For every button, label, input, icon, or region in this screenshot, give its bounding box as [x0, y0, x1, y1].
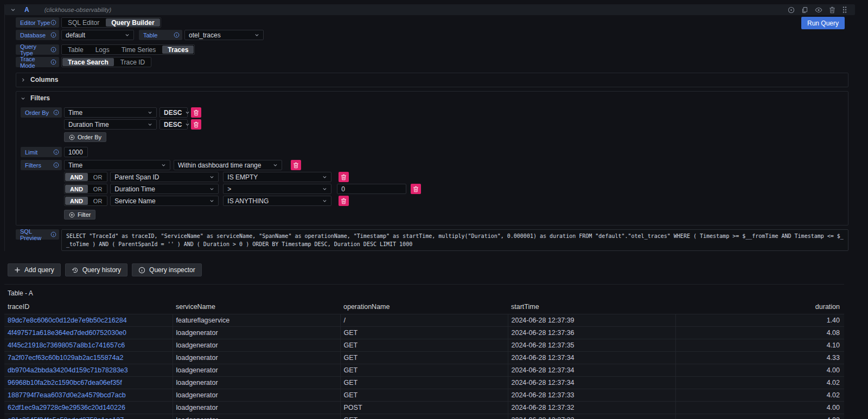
datasource-help-icon[interactable] — [788, 7, 795, 14]
remove-query-icon[interactable] — [829, 7, 835, 14]
column-header-traceid[interactable]: traceID — [4, 301, 173, 314]
add-query-button[interactable]: Add query — [8, 263, 61, 276]
query-type-option-logs[interactable]: Logs — [90, 46, 115, 54]
or-toggle[interactable]: OR — [88, 184, 107, 194]
table-row: db9704a2bbda34204d159c71b78283e3 loadgen… — [4, 364, 844, 377]
or-toggle[interactable]: OR — [88, 196, 107, 205]
info-icon[interactable] — [50, 47, 56, 53]
and-toggle[interactable]: AND — [65, 197, 88, 205]
trace-mode-option-trace-search[interactable]: Trace Search — [62, 58, 114, 66]
chevron-right-icon — [21, 78, 25, 82]
collapse-query-chevron-icon[interactable] — [10, 7, 16, 12]
database-label: Database — [16, 30, 59, 40]
filter-field-select[interactable]: Duration Time — [110, 184, 219, 194]
duration-cell: 4.00 — [675, 402, 844, 414]
info-icon[interactable] — [50, 20, 56, 25]
operation-name-cell: GET — [340, 389, 508, 402]
editor-type-option-sql-editor[interactable]: SQL Editor — [62, 18, 105, 27]
trace-id-link[interactable]: 7a2f07ecf63c60b1029ab2ac155874a2 — [4, 352, 173, 364]
duration-cell: 1.40 — [675, 314, 844, 327]
or-toggle[interactable]: OR — [88, 172, 107, 182]
query-type-option-time-series[interactable]: Time Series — [116, 46, 162, 54]
table-row: 89dc7e8c6060c0d12de7e9b50c216284 feature… — [4, 314, 844, 327]
trace-mode-option-trace-id[interactable]: Trace ID — [115, 58, 151, 66]
drag-handle-icon[interactable] — [842, 6, 847, 14]
table-panel: Table - A traceID serviceName operationN… — [4, 284, 844, 419]
filter-field-select[interactable]: Parent Span ID — [110, 172, 219, 182]
trace-id-link[interactable]: 4f45c21918c73698057a8b1c741657c6 — [4, 339, 173, 352]
filters-section: Filters Order By Time — [16, 91, 848, 225]
trace-id-link[interactable]: 4f497571a618e364ed7ded60752030e0 — [4, 327, 173, 339]
order-by-row: Order By Time DESC — [21, 107, 844, 118]
filter-value-input[interactable] — [337, 184, 406, 194]
database-select[interactable]: default — [61, 30, 134, 40]
query-history-button[interactable]: Query history — [65, 263, 127, 276]
filter-field-select[interactable]: Service Name — [110, 196, 219, 206]
info-icon[interactable] — [174, 32, 180, 38]
remove-filter-button[interactable] — [411, 184, 421, 194]
trace-id-link[interactable]: 89dc7e8c6060c0d12de7e9b50c216284 — [4, 314, 173, 327]
filter-operator-select[interactable]: IS EMPTY — [223, 172, 331, 182]
order-by-direction-select[interactable]: DESC — [159, 119, 188, 130]
service-name-cell: loadgenerator — [173, 414, 340, 419]
trace-id-link[interactable]: 96968b10fa2b2c1590bc67dea06ef35f — [4, 377, 173, 389]
info-icon[interactable] — [53, 109, 59, 115]
remove-filter-button[interactable] — [291, 160, 301, 170]
remove-filter-button[interactable] — [339, 196, 349, 206]
info-icon[interactable] — [50, 231, 56, 237]
info-icon[interactable] — [53, 149, 59, 155]
service-name-cell: loadgenerator — [173, 389, 340, 402]
column-header-operationname[interactable]: operationName — [340, 301, 508, 314]
trace-id-link[interactable]: 62df1ec9a29728c9e29536c20d140226 — [4, 402, 173, 414]
filter-operator-select[interactable]: IS ANYTHING — [223, 196, 331, 206]
query-row-header[interactable]: A (clickhouse-observability) — [5, 4, 855, 15]
filter-operator-select[interactable]: Within dashboard time range — [174, 160, 282, 170]
remove-filter-button[interactable] — [339, 172, 349, 182]
trace-id-link[interactable]: 1887794f7eaa6037d0e2a4579bcd7acb — [4, 389, 173, 402]
start-time-cell: 2024-06-28 12:37:32 — [508, 414, 675, 419]
chevron-down-icon — [322, 186, 327, 191]
query-type-option-table[interactable]: Table — [62, 46, 89, 54]
query-header-actions — [788, 6, 847, 14]
and-toggle[interactable]: AND — [65, 173, 88, 181]
order-by-field-select[interactable]: Duration Time — [64, 119, 157, 130]
conjunction-toggle: AND OR — [64, 196, 107, 206]
query-type-option-traces[interactable]: Traces — [162, 46, 194, 54]
info-icon[interactable] — [50, 59, 56, 65]
table-row: 96968b10fa2b2c1590bc67dea06ef35f loadgen… — [4, 377, 844, 389]
order-by-direction-select[interactable]: DESC — [159, 107, 188, 118]
info-icon[interactable] — [53, 162, 59, 168]
table-select[interactable]: otel_traces — [184, 30, 264, 40]
conjunction-toggle: AND OR — [64, 184, 107, 194]
chevron-down-icon — [209, 175, 214, 179]
remove-order-by-button[interactable] — [191, 119, 201, 130]
operation-name-cell: GET — [340, 414, 508, 419]
trace-id-link[interactable]: db9704a2bbda34204d159c71b78283e3 — [4, 364, 173, 377]
add-filter-button[interactable]: Filter — [64, 210, 95, 220]
duplicate-query-icon[interactable] — [801, 7, 808, 14]
remove-order-by-button[interactable] — [191, 107, 201, 118]
trace-id-link[interactable]: e91c3645f04fa5e58adcd0758e1ea127 — [4, 414, 173, 419]
query-inspector-button[interactable]: Query inspector — [132, 263, 202, 276]
limit-label: Limit — [21, 147, 62, 157]
column-header-duration[interactable]: duration — [675, 301, 844, 314]
columns-section-label: Columns — [30, 76, 58, 83]
editor-type-row: Editor Type SQL Editor Query Builder — [16, 17, 855, 28]
filter-field-select[interactable]: Time — [64, 160, 170, 170]
duration-cell: 4.02 — [675, 377, 844, 389]
add-order-by-button[interactable]: Order By — [64, 132, 106, 142]
columns-section-toggle[interactable]: Columns — [21, 76, 844, 83]
editor-type-option-query-builder[interactable]: Query Builder — [106, 18, 159, 27]
column-header-starttime[interactable]: startTime — [508, 301, 675, 314]
table-label: Table — [139, 30, 182, 40]
run-query-button[interactable]: Run Query — [801, 17, 845, 29]
filters-section-toggle[interactable]: Filters — [21, 94, 844, 102]
column-header-servicename[interactable]: serviceName — [173, 301, 340, 314]
info-icon[interactable] — [50, 32, 56, 38]
filter-operator-select[interactable]: > — [223, 184, 331, 194]
limit-input[interactable] — [64, 147, 88, 157]
hide-query-icon[interactable] — [815, 7, 822, 14]
and-toggle[interactable]: AND — [65, 185, 88, 193]
query-type-row: Query Type Table Logs Time Series Traces — [16, 44, 855, 55]
order-by-field-select[interactable]: Time — [64, 107, 157, 118]
